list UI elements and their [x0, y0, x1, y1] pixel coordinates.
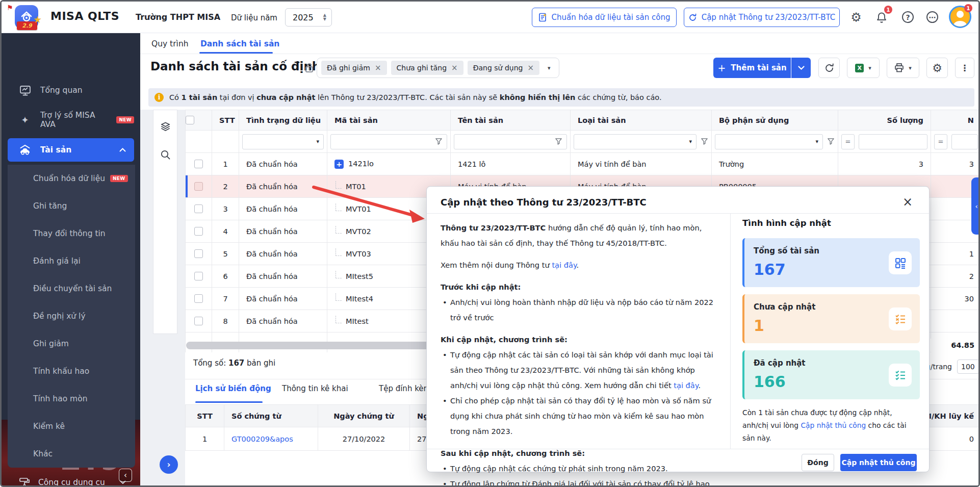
- row-checkbox[interactable]: [194, 182, 203, 191]
- manual-update-link[interactable]: Cập nhật thủ công: [801, 421, 866, 429]
- row-checkbox[interactable]: [194, 272, 203, 280]
- tree-indent: [336, 203, 342, 211]
- tab-attachments[interactable]: Tệp đính kèm: [379, 384, 431, 393]
- tab-asset-list[interactable]: Danh sách tài sản: [200, 39, 279, 48]
- update-circular-button[interactable]: Cập nhật Thông tư 23/2023/TT-BTC: [684, 8, 840, 27]
- chips-dropdown-icon[interactable]: ▾: [544, 65, 555, 71]
- normalize-data-button[interactable]: Chuẩn hóa dữ liệu tài sản công: [532, 8, 677, 27]
- sidebar-collapse-button[interactable]: ‹: [119, 469, 132, 482]
- submenu-item-depreciation[interactable]: Tính khấu hao: [8, 357, 135, 385]
- app-window: ⚑ 2.9 ★ MISA QLTS Trường THPT MISA Dữ li…: [0, 0, 980, 487]
- code-filter-input[interactable]: [330, 134, 447, 149]
- close-icon[interactable]: ×: [527, 63, 534, 72]
- equals-operator[interactable]: =: [841, 134, 855, 149]
- sidebar-item-tools[interactable]: Công cụ dụng cụ: [8, 471, 134, 487]
- new-badge: NEW: [116, 116, 134, 123]
- submenu-item-decrease[interactable]: Ghi giảm: [8, 330, 135, 357]
- dept-filter-select[interactable]: ▾: [715, 134, 823, 149]
- update-circular-label: Cập nhật Thông tư 23/2023/TT-BTC: [702, 13, 836, 22]
- tab-history[interactable]: Lịch sử biến động: [195, 384, 271, 393]
- printer-icon: [894, 63, 904, 72]
- filter-chip[interactable]: Đang sử dụng×: [468, 61, 539, 75]
- row-checkbox[interactable]: [194, 294, 203, 303]
- grid-settings-button[interactable]: ⚙: [926, 58, 948, 78]
- close-icon[interactable]: ×: [375, 63, 381, 72]
- sidebar-item-assets[interactable]: Tài sản: [8, 138, 134, 162]
- row-checkbox[interactable]: [194, 204, 203, 213]
- expand-detail-button[interactable]: ›: [160, 455, 178, 474]
- equals-operator[interactable]: =: [934, 134, 947, 149]
- assets-submenu: Chuẩn hóa dữ liệuNEW Ghi tăng Thay đổi t…: [8, 165, 135, 468]
- filter-chips-group: Đã ghi giảm× Chưa ghi tăng× Đang sử dụng…: [317, 58, 559, 78]
- table-row[interactable]: 1 Đã chuẩn hóa +1421lo 1421 lô Máy vi tí…: [186, 153, 980, 175]
- filter-chip[interactable]: Chưa ghi tăng×: [391, 61, 463, 75]
- col-type[interactable]: Loại tài sản: [571, 110, 712, 131]
- export-excel-button[interactable]: X ▾: [847, 58, 880, 78]
- funnel-icon[interactable]: [701, 138, 708, 145]
- table-header-row: STT Tình trạng dữ liệu Mã tài sản Tên tà…: [186, 110, 980, 131]
- qty-filter-input[interactable]: [859, 134, 927, 149]
- normalize-data-label: Chuẩn hóa dữ liệu tài sản công: [552, 13, 670, 22]
- submenu-item-wear[interactable]: Tính hao mòn: [8, 385, 135, 413]
- close-icon[interactable]: ×: [902, 195, 913, 209]
- status-filter-select[interactable]: ▾: [242, 134, 324, 149]
- submenu-item-disposal-request[interactable]: Đề nghị xử lý: [8, 302, 135, 330]
- settings-icon[interactable]: ⚙: [849, 10, 863, 24]
- submenu-item-normalize[interactable]: Chuẩn hóa dữ liệuNEW: [8, 165, 135, 192]
- filter-chip[interactable]: Đã ghi giảm×: [321, 61, 387, 75]
- search-icon[interactable]: [160, 149, 171, 160]
- tab-declaration[interactable]: Thông tin kê khai: [282, 384, 348, 393]
- chevron-down-icon: [798, 66, 805, 70]
- type-filter-select[interactable]: ▾: [574, 134, 697, 149]
- col-code[interactable]: Mã tài sản: [327, 110, 451, 131]
- document-link[interactable]: GT000209&apos: [231, 435, 293, 443]
- row-checkbox[interactable]: [194, 227, 203, 236]
- unlock-icon[interactable]: [304, 62, 314, 73]
- help-icon[interactable]: ?: [902, 11, 914, 23]
- clipped-filter-input[interactable]: [951, 134, 978, 149]
- layers-filter-icon[interactable]: [160, 121, 171, 132]
- select-all-checkbox[interactable]: [186, 116, 194, 124]
- sidebar-item-ava-assistant[interactable]: ✦ Trợ lý số MISA AVA NEW: [8, 109, 134, 131]
- col-stt[interactable]: STT: [212, 110, 239, 131]
- row-checkbox[interactable]: [194, 160, 203, 168]
- submenu-item-transfer[interactable]: Điều chuyển tài sản: [8, 275, 135, 302]
- rows-per-page-select[interactable]: 100: [957, 360, 979, 374]
- submenu-item-revaluate[interactable]: Đánh giá lại: [8, 247, 135, 275]
- modal-title: Cập nhật theo Thông tư 23/2023/TT-BTC: [441, 197, 647, 208]
- year-spinner[interactable]: 2025 ▲ ▼: [285, 8, 332, 27]
- col-qty[interactable]: Số lượng: [838, 110, 931, 131]
- modal-body: Thông tư 23/2023/TT-BTC hướng dẫn chế độ…: [441, 220, 718, 487]
- add-asset-button[interactable]: + Thêm tài sản: [713, 58, 791, 78]
- organization-name[interactable]: Trường THPT MISA: [136, 12, 220, 22]
- circular-link[interactable]: tại đây: [552, 261, 576, 269]
- more-actions-button[interactable]: ⋮: [955, 58, 974, 78]
- col-name[interactable]: Tên tài sản: [451, 110, 571, 131]
- close-icon[interactable]: ×: [451, 63, 458, 72]
- expand-icon[interactable]: +: [334, 160, 344, 169]
- col-doc-date: Ngày chứng từ: [318, 405, 410, 427]
- side-panel-toggle[interactable]: ‹: [971, 177, 980, 235]
- submenu-item-change-info[interactable]: Thay đổi thông tin: [8, 220, 135, 247]
- caret-down-icon: ▾: [909, 65, 912, 71]
- spin-down-icon[interactable]: ▼: [323, 17, 326, 21]
- row-checkbox[interactable]: [194, 317, 203, 325]
- refresh-button[interactable]: [818, 58, 840, 78]
- funnel-icon[interactable]: [827, 138, 835, 145]
- name-filter-input[interactable]: [454, 134, 567, 149]
- sidebar-item-overview[interactable]: Tổng quan: [8, 79, 134, 101]
- add-asset-dropdown[interactable]: [791, 58, 811, 78]
- submenu-item-other[interactable]: Khác: [8, 440, 135, 468]
- col-clipped[interactable]: N: [931, 110, 980, 131]
- col-status[interactable]: Tình trạng dữ liệu: [239, 110, 327, 131]
- col-dept[interactable]: Bộ phận sử dụng: [712, 110, 838, 131]
- more-icon[interactable]: ⋯: [926, 11, 938, 23]
- guide-link[interactable]: tại đây: [674, 381, 698, 390]
- manual-update-button[interactable]: Cập nhật thủ công: [840, 454, 917, 471]
- submenu-item-increase[interactable]: Ghi tăng: [8, 192, 135, 220]
- row-checkbox[interactable]: [194, 249, 203, 258]
- tab-workflow[interactable]: Quy trình: [151, 39, 189, 48]
- print-button[interactable]: ▾: [887, 58, 919, 78]
- close-button[interactable]: Đóng: [802, 454, 834, 471]
- submenu-item-inventory[interactable]: Kiểm kê: [8, 413, 135, 440]
